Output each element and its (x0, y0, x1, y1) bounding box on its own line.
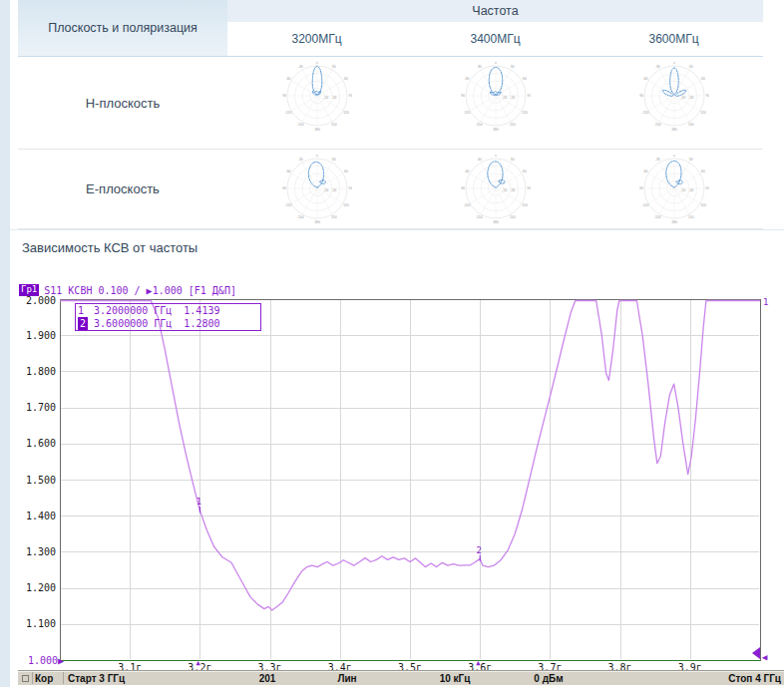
status-sweep-points: 201 (247, 673, 287, 684)
frequency-columns: 3200МГц 3400МГц 3600МГц (227, 22, 763, 57)
svg-text:150: 150 (509, 215, 515, 219)
column-header-3400: 3400МГц (406, 22, 585, 56)
svg-text:-90: -90 (282, 186, 286, 190)
status-separator (32, 672, 33, 684)
svg-text:90: 90 (705, 186, 708, 190)
table-row: Н-плоскость0306090120150180-150-120-90-6… (18, 57, 763, 150)
svg-text:30: 30 (510, 65, 514, 69)
trace-settings-text: S11 КСВН 0.100 / ▶1.000 [F1 Д&П] (44, 285, 236, 296)
svg-text:-20: -20 (331, 96, 336, 100)
y-tick-label: 1.800 (18, 366, 56, 377)
svg-text:-150: -150 (475, 123, 482, 127)
page-content: Плоскость и поляризация Частота 3200МГц … (10, 0, 784, 687)
marker-value: 1.4139 (184, 305, 219, 316)
svg-text:-60: -60 (464, 77, 469, 81)
svg-text:-60: -60 (642, 77, 647, 81)
svg-text:-30: -30 (654, 158, 659, 162)
pattern-cell: 0306090120150180-150-120-90-60-30-10-20 (406, 150, 585, 228)
marker-axis-indicator-icon: ▲ (196, 659, 199, 667)
svg-text:120: 120 (522, 111, 528, 115)
table-row: Е-плоскость0306090120150180-150-120-90-6… (18, 150, 763, 229)
pattern-cell: 0306090120150180-150-120-90-60-30-10-20 (406, 57, 585, 149)
column-header-3200: 3200МГц (227, 22, 406, 56)
status-separator (63, 672, 64, 684)
y-tick-label: 1.200 (18, 582, 56, 593)
h-plane-3600-pattern: 0306090120150180-150-120-90-60-30-10-20 (639, 62, 709, 132)
svg-text:-20: -20 (510, 188, 515, 192)
svg-text:180: 180 (671, 220, 677, 224)
svg-text:120: 120 (343, 111, 349, 115)
row-label: Е-плоскость (18, 150, 227, 228)
svg-text:-90: -90 (461, 186, 465, 190)
svg-text:120: 120 (700, 203, 706, 207)
pattern-rows: Н-плоскость0306090120150180-150-120-90-6… (18, 57, 763, 229)
y-tick-label: 1.000▶ (18, 655, 64, 666)
marker-axis-indicator-icon: ▲ (476, 659, 480, 667)
svg-text:90: 90 (705, 94, 708, 98)
svg-text:60: 60 (701, 77, 705, 81)
status-output-power: 0 дБм (519, 673, 579, 684)
corner-cell-label: Плоскость и поляризация (48, 21, 197, 35)
svg-text:-90: -90 (639, 186, 643, 190)
svg-text:30: 30 (331, 65, 335, 69)
y-tick-label: 1.900 (18, 330, 56, 341)
svg-text:90: 90 (348, 186, 351, 190)
y-tick-label: 1.600 (18, 438, 56, 449)
svg-text:-90: -90 (282, 94, 286, 98)
status-bar: Кор Старт 3 ГГц 201 Лин 10 кГц 0 дБм Сто… (18, 670, 784, 685)
svg-text:-150: -150 (296, 215, 303, 219)
column-header-3600: 3600МГц (585, 22, 763, 56)
status-start-frequency: Старт 3 ГГц (68, 673, 125, 684)
svg-text:-10: -10 (502, 188, 507, 192)
frequency-group-label: Частота (472, 4, 518, 18)
y-tick-label: 1.300 (18, 546, 56, 557)
svg-text:-10: -10 (680, 188, 685, 192)
svg-text:0: 0 (673, 155, 675, 158)
svg-text:-10: -10 (323, 188, 328, 192)
svg-text:120: 120 (522, 203, 528, 207)
svg-text:60: 60 (523, 77, 527, 81)
e-plane-3400-pattern: 0306090120150180-150-120-90-60-30-10-20 (461, 155, 531, 224)
row-label: Н-плоскость (18, 57, 227, 149)
svg-text:0: 0 (495, 62, 497, 65)
svg-text:60: 60 (701, 170, 705, 173)
svg-text:-10: -10 (323, 96, 328, 100)
svg-text:180: 180 (493, 128, 499, 132)
svg-text:-90: -90 (639, 94, 643, 98)
svg-text:-20: -20 (688, 188, 693, 192)
e-plane-3200-pattern: 0306090120150180-150-120-90-60-30-10-20 (282, 155, 352, 224)
svg-text:-60: -60 (642, 170, 647, 173)
status-stop-frequency: Стоп 4 ГГц (728, 673, 781, 684)
svg-text:-120: -120 (463, 203, 470, 207)
svg-text:-60: -60 (285, 170, 290, 173)
svg-text:-30: -30 (476, 158, 481, 162)
svg-text:-60: -60 (464, 170, 469, 173)
pattern-cell: 0306090120150180-150-120-90-60-30-10-20 (227, 57, 406, 149)
status-correction: Кор (35, 673, 53, 684)
svg-text:-150: -150 (475, 215, 482, 219)
svg-text:-20: -20 (331, 188, 336, 192)
svg-text:150: 150 (330, 123, 336, 127)
svg-text:60: 60 (344, 170, 348, 173)
marker-info-box: 1 3.2000000 ГГц 1.41392 3.6000000 ГГц 1.… (75, 303, 261, 331)
svg-text:30: 30 (688, 158, 692, 162)
svg-text:150: 150 (330, 215, 336, 219)
marker-value: 1.2800 (184, 318, 219, 329)
vna-screenshot: Гр1 S11 КСВН 0.100 / ▶1.000 [F1 Д&П] 12 … (18, 282, 784, 687)
svg-text:60: 60 (344, 77, 348, 81)
svg-text:-30: -30 (297, 65, 302, 69)
svg-text:120: 120 (700, 111, 706, 115)
svg-text:30: 30 (688, 65, 692, 69)
svg-text:180: 180 (314, 220, 320, 224)
svg-text:120: 120 (343, 203, 349, 207)
svg-text:-120: -120 (284, 203, 291, 207)
marker-readout-row: 1 3.2000000 ГГц 1.4139 (78, 304, 258, 317)
h-plane-3200-pattern: 0306090120150180-150-120-90-60-30-10-20 (282, 62, 352, 132)
svg-text:30: 30 (510, 158, 514, 162)
h-plane-3400-pattern: 0306090120150180-150-120-90-60-30-10-20 (461, 62, 531, 132)
svg-text:90: 90 (527, 186, 530, 190)
svg-text:-10: -10 (502, 96, 507, 100)
svg-text:-150: -150 (296, 123, 303, 127)
y-tick-label: 2.000 (18, 295, 56, 306)
svg-text:180: 180 (671, 128, 677, 132)
